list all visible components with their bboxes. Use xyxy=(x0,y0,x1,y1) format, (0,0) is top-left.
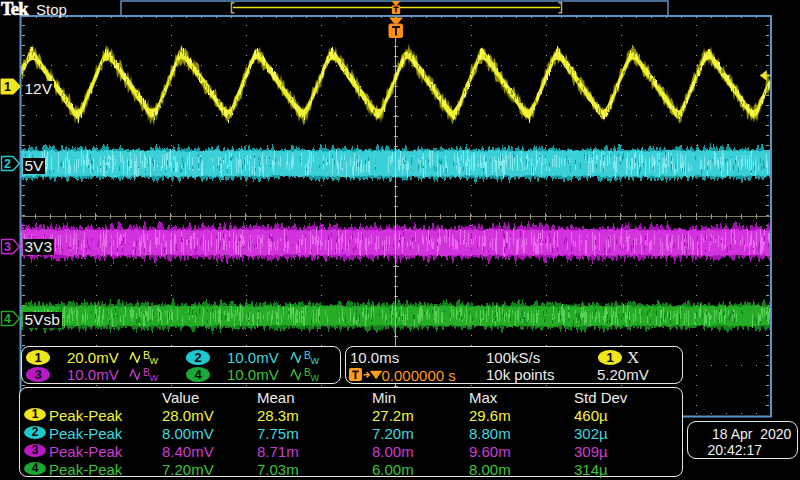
svg-text:W: W xyxy=(150,355,159,365)
svg-text:W: W xyxy=(311,372,320,382)
svg-text:W: W xyxy=(311,355,320,365)
svg-text:W: W xyxy=(150,372,159,382)
svg-text:3: 3 xyxy=(4,240,11,254)
svg-text:1: 1 xyxy=(4,80,11,94)
svg-text:4: 4 xyxy=(4,312,11,326)
svg-text:2: 2 xyxy=(4,157,11,171)
